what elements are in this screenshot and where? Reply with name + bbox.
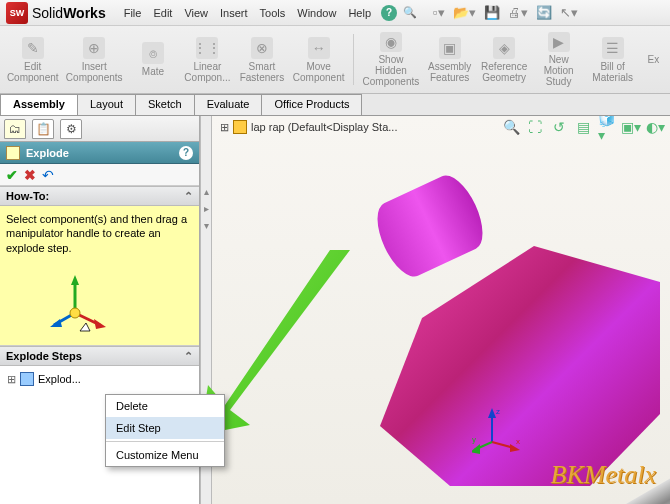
ribbon-show-hidden[interactable]: ◉ShowHiddenComponents (362, 30, 419, 89)
ribbon-toolbar: ✎EditComponent ⊕InsertComponents ⌾Mate ⋮… (0, 26, 670, 94)
tab-sketch[interactable]: Sketch (135, 94, 195, 115)
cancel-button[interactable]: ✖ (24, 167, 36, 183)
explode-step-label: Explod... (38, 373, 81, 385)
ctx-customize-menu[interactable]: Customize Menu (106, 444, 224, 466)
howto-body: Select component(s) and then drag a mani… (0, 206, 199, 346)
tab-layout[interactable]: Layout (77, 94, 136, 115)
ribbon-bom[interactable]: ☰Bill ofMaterials (589, 30, 637, 89)
svg-text:x: x (516, 437, 520, 446)
display-style-icon[interactable]: ▣▾ (622, 118, 640, 136)
motion-study-icon: ▶ (548, 32, 570, 52)
flyout-tree-root[interactable]: ⊞ lap rap (Default<Display Sta... (220, 120, 397, 134)
ribbon-move-component[interactable]: ↔MoveComponent (292, 30, 345, 89)
bom-icon: ☰ (602, 37, 624, 59)
zoom-area-icon[interactable]: ⛶ (526, 118, 544, 136)
howto-text: Select component(s) and then drag a mani… (6, 212, 193, 255)
undo-button[interactable]: ↶ (42, 167, 54, 183)
tree-expand-icon[interactable]: ⊞ (6, 373, 16, 386)
menu-insert[interactable]: Insert (220, 7, 248, 19)
svg-text:y: y (472, 435, 476, 444)
tab-evaluate[interactable]: Evaluate (194, 94, 263, 115)
ribbon-edit-component[interactable]: ✎EditComponent (6, 30, 59, 89)
splitter-right-icon[interactable]: ▸ (204, 203, 209, 214)
ctx-edit-step[interactable]: Edit Step (106, 417, 224, 439)
qat-rebuild-icon[interactable]: 🔄 (536, 5, 552, 20)
panel-tab-feature-tree-icon[interactable]: 🗂 (4, 119, 26, 139)
explode-step-item[interactable]: ⊞ Explod... (6, 370, 193, 388)
ribbon-insert-components[interactable]: ⊕InsertComponents (65, 30, 122, 89)
tab-assembly[interactable]: Assembly (0, 94, 78, 115)
howto-title: How-To: (6, 190, 49, 202)
panel-action-row: ✔ ✖ ↶ (0, 164, 199, 186)
panel-tab-row: 🗂 📋 ⚙ (0, 116, 199, 142)
prev-view-icon[interactable]: ↺ (550, 118, 568, 136)
ribbon-reference-geometry[interactable]: ◈ReferenceGeometry (480, 30, 529, 89)
ribbon-assembly-features[interactable]: ▣AssemblyFeatures (426, 30, 474, 89)
steps-title: Explode Steps (6, 350, 82, 362)
quick-access-toolbar: ▫▾ 📂▾ 💾 🖨▾ 🔄 ↖▾ (433, 5, 578, 20)
howto-section-header[interactable]: How-To: ⌃ (0, 186, 199, 206)
splitter-up-icon[interactable]: ▴ (204, 186, 209, 197)
menu-view[interactable]: View (184, 7, 208, 19)
zoom-fit-icon[interactable]: 🔍 (502, 118, 520, 136)
tree-expand-icon[interactable]: ⊞ (220, 121, 229, 134)
tab-office-products[interactable]: Office Products (261, 94, 362, 115)
search-icon[interactable]: 🔍 (403, 6, 417, 19)
section-view-icon[interactable]: ▤ (574, 118, 592, 136)
menu-tools[interactable]: Tools (260, 7, 286, 19)
assembly-icon (233, 120, 247, 134)
qat-print-icon[interactable]: 🖨▾ (508, 5, 528, 20)
graphics-viewport[interactable]: ⊞ lap rap (Default<Display Sta... 🔍 ⛶ ↺ … (212, 116, 670, 504)
move-component-icon: ↔ (308, 37, 330, 59)
ribbon-overflow[interactable]: Ex (643, 30, 664, 89)
menu-edit[interactable]: Edit (153, 7, 172, 19)
qat-select-icon[interactable]: ↖▾ (560, 5, 578, 20)
svg-marker-7 (80, 323, 90, 331)
hide-show-icon[interactable]: ◐▾ (646, 118, 664, 136)
orientation-triad-icon: z x y (472, 404, 522, 454)
panel-tab-property-icon[interactable]: 📋 (32, 119, 54, 139)
menu-file[interactable]: File (124, 7, 142, 19)
qat-new-icon[interactable]: ▫▾ (433, 5, 445, 20)
ribbon-motion-study[interactable]: ▶NewMotionStudy (535, 30, 583, 89)
qat-open-icon[interactable]: 📂▾ (453, 5, 476, 20)
menu-help[interactable]: Help (348, 7, 371, 19)
smart-fasteners-icon: ⊗ (251, 37, 273, 59)
panel-tab-config-icon[interactable]: ⚙ (60, 119, 82, 139)
splitter-down-icon[interactable]: ▾ (204, 220, 209, 231)
document-name: lap rap (Default<Display Sta... (251, 121, 397, 133)
command-tabs: Assembly Layout Sketch Evaluate Office P… (0, 94, 670, 116)
ok-button[interactable]: ✔ (6, 167, 18, 183)
svg-text:z: z (496, 407, 500, 416)
panel-title: Explode (26, 147, 69, 159)
mate-icon: ⌾ (142, 42, 164, 64)
view-orientation-icon[interactable]: 🧊▾ (598, 118, 616, 136)
context-menu: Delete Edit Step Customize Menu (105, 394, 225, 467)
ctx-separator (106, 441, 224, 442)
title-bar: SW SolidWorks File Edit View Insert Tool… (0, 0, 670, 26)
model-cylinder (368, 169, 492, 284)
svg-marker-15 (472, 444, 480, 454)
steps-section-header[interactable]: Explode Steps ⌃ (0, 346, 199, 366)
app-brand: SolidWorks (32, 5, 106, 21)
heads-up-view-toolbar: 🔍 ⛶ ↺ ▤ 🧊▾ ▣▾ ◐▾ (502, 118, 664, 136)
ribbon-mate[interactable]: ⌾Mate (129, 30, 177, 89)
panel-header: Explode ? (0, 142, 199, 164)
insert-components-icon: ⊕ (83, 37, 105, 59)
reference-geometry-icon: ◈ (493, 37, 515, 59)
brand-suffix: Works (63, 5, 106, 21)
main-workspace: 🗂 📋 ⚙ Explode ? ✔ ✖ ↶ How-To: ⌃ Select c… (0, 116, 670, 504)
menu-bar: File Edit View Insert Tools Window Help (124, 7, 371, 19)
watermark-text: BKMetalx (551, 460, 656, 490)
ribbon-smart-fasteners[interactable]: ⊗SmartFasteners (238, 30, 286, 89)
ribbon-linear-pattern[interactable]: ⋮⋮LinearCompon... (183, 30, 232, 89)
menu-window[interactable]: Window (297, 7, 336, 19)
help-icon[interactable]: ? (381, 5, 397, 21)
svg-marker-9 (488, 408, 496, 418)
ribbon-divider (353, 34, 354, 85)
qat-save-icon[interactable]: 💾 (484, 5, 500, 20)
assembly-features-icon: ▣ (439, 37, 461, 59)
ctx-delete[interactable]: Delete (106, 395, 224, 417)
panel-help-icon[interactable]: ? (179, 146, 193, 160)
app-logo: SW (6, 2, 28, 24)
